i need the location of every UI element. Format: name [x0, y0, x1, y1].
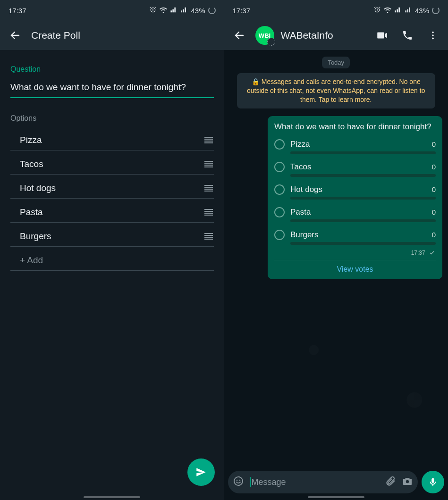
poll-progress-bar — [290, 242, 436, 245]
screen-title: Create Poll — [31, 30, 219, 41]
drag-handle-icon[interactable] — [204, 233, 214, 240]
message-placeholder: Message — [250, 477, 380, 487]
poll-option-count: 0 — [432, 185, 436, 193]
signal-2-icon — [180, 6, 188, 15]
radio-icon[interactable] — [274, 139, 285, 150]
option-input[interactable]: Hot dogs — [20, 183, 200, 193]
options-label: Options — [10, 114, 214, 123]
signal-1-icon — [394, 6, 402, 15]
poll-option-label: Pizza — [290, 140, 426, 149]
loading-spinner-icon — [208, 7, 216, 14]
avatar[interactable]: WBI — [255, 26, 274, 45]
question-input[interactable] — [10, 79, 214, 98]
wifi-icon — [384, 6, 391, 15]
poll-option[interactable]: Pizza 0 — [274, 139, 436, 150]
svg-point-6 — [406, 480, 409, 483]
nav-pill — [308, 496, 364, 498]
poll-option-label: Pasta — [290, 208, 426, 217]
svg-point-2 — [432, 38, 434, 40]
video-call-button[interactable] — [372, 26, 391, 45]
battery-percent: 43% — [191, 7, 205, 15]
poll-option[interactable]: Burgers 0 — [274, 230, 436, 240]
drag-handle-icon[interactable] — [204, 209, 214, 216]
alarm-icon — [149, 6, 157, 15]
drag-handle-icon[interactable] — [204, 137, 214, 143]
svg-point-4 — [236, 480, 237, 481]
radio-icon[interactable] — [274, 207, 285, 217]
back-button[interactable] — [6, 26, 25, 45]
poll-progress-bar — [290, 197, 436, 200]
poll-option-label: Hot dogs — [290, 185, 426, 194]
mic-button[interactable] — [422, 471, 444, 493]
battery-percent: 43% — [415, 7, 429, 15]
camera-icon[interactable] — [402, 475, 413, 489]
status-bar: 17:37 43% — [0, 0, 224, 21]
radio-icon[interactable] — [274, 230, 285, 240]
poll-option-label: Burgers — [290, 230, 426, 240]
poll-option[interactable]: Hot dogs 0 — [274, 184, 436, 195]
radio-icon[interactable] — [274, 184, 285, 195]
svg-point-3 — [234, 477, 243, 485]
date-chip: Today — [322, 57, 350, 68]
poll-option-count: 0 — [432, 140, 436, 148]
alarm-icon — [373, 6, 381, 15]
emoji-icon[interactable] — [233, 475, 244, 489]
chat-app-bar: WBI WABetaInfo — [224, 21, 448, 50]
view-votes-button[interactable]: View votes — [274, 260, 436, 275]
option-input[interactable]: Burgers — [20, 231, 200, 242]
chat-screen: 17:37 43% WBI — [224, 0, 448, 500]
option-input[interactable]: Tacos — [20, 159, 200, 169]
option-input[interactable]: Pizza — [20, 135, 200, 145]
option-row[interactable]: Pizza — [10, 128, 214, 150]
poll-option[interactable]: Tacos 0 — [274, 162, 436, 172]
encryption-text: Messages and calls are end-to-end encryp… — [247, 78, 425, 103]
wifi-icon — [160, 6, 167, 15]
poll-message-bubble[interactable]: What do we want to have for dinner tonig… — [268, 116, 442, 279]
chat-area[interactable]: Today 🔒Messages and calls are end-to-end… — [224, 50, 448, 466]
message-time: 17:37 — [411, 250, 425, 256]
radio-icon[interactable] — [274, 162, 285, 172]
chat-title[interactable]: WABetaInfo — [281, 30, 366, 41]
app-bar: Create Poll — [0, 21, 224, 50]
loading-spinner-icon — [432, 7, 440, 14]
voice-call-button[interactable] — [398, 26, 417, 45]
back-button[interactable] — [230, 26, 249, 45]
poll-progress-bar — [290, 219, 436, 222]
create-poll-screen: 17:37 43% Cre — [0, 0, 224, 500]
poll-option-count: 0 — [432, 208, 436, 216]
add-option-label: + Add — [20, 255, 214, 266]
more-options-button[interactable] — [423, 26, 442, 45]
add-option-button[interactable]: + Add — [10, 249, 214, 271]
attach-icon[interactable] — [385, 475, 396, 489]
option-input[interactable]: Pasta — [20, 207, 200, 217]
option-row[interactable]: Hot dogs — [10, 176, 214, 199]
poll-progress-bar — [290, 174, 436, 177]
message-input-bar: Message — [228, 471, 445, 493]
poll-progress-bar — [290, 151, 436, 154]
svg-point-5 — [239, 480, 240, 481]
poll-option-count: 0 — [432, 163, 436, 171]
status-bar: 17:37 43% — [224, 0, 448, 21]
message-meta: 17:37 — [274, 250, 436, 256]
message-input[interactable]: Message — [228, 471, 418, 493]
svg-point-1 — [432, 34, 434, 36]
poll-question: What do we want to have for dinner tonig… — [274, 122, 436, 133]
option-row[interactable]: Pasta — [10, 200, 214, 223]
encryption-notice[interactable]: 🔒Messages and calls are end-to-end encry… — [237, 73, 435, 108]
option-row[interactable]: Burgers — [10, 225, 214, 247]
option-row[interactable]: Tacos — [10, 152, 214, 175]
poll-option-label: Tacos — [290, 162, 426, 172]
poll-option[interactable]: Pasta 0 — [274, 207, 436, 217]
send-poll-button[interactable] — [187, 458, 215, 486]
poll-option-count: 0 — [432, 231, 436, 239]
question-label: Question — [10, 65, 214, 74]
lock-icon: 🔒 — [252, 78, 260, 85]
nav-pill — [84, 496, 140, 498]
signal-1-icon — [170, 6, 178, 15]
status-time: 17:37 — [233, 7, 251, 15]
status-time: 17:37 — [8, 7, 26, 15]
signal-2-icon — [405, 6, 412, 15]
drag-handle-icon[interactable] — [204, 185, 214, 192]
drag-handle-icon[interactable] — [204, 161, 214, 167]
svg-point-0 — [432, 32, 434, 33]
